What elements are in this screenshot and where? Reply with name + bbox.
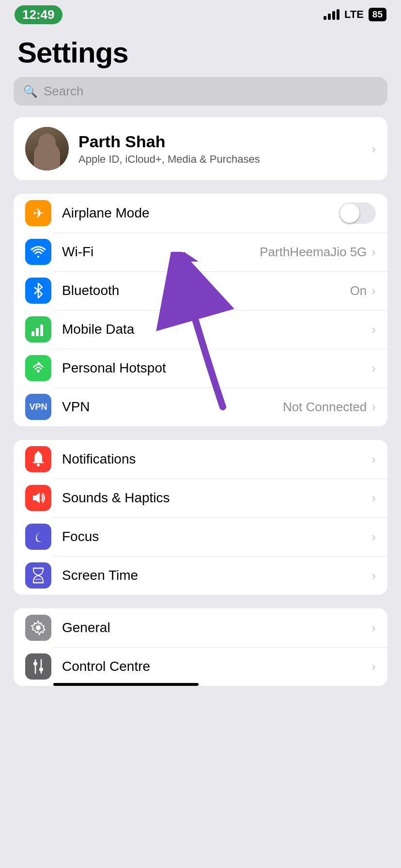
wifi-row[interactable]: Wi-Fi ParthHeemaJio 5G › bbox=[14, 232, 387, 271]
signal-icon bbox=[324, 9, 339, 20]
mobile-data-icon bbox=[25, 316, 51, 342]
notifications-icon bbox=[25, 446, 51, 472]
airplane-mode-icon: ✈ bbox=[25, 200, 51, 226]
airplane-mode-toggle[interactable] bbox=[339, 202, 376, 224]
bluetooth-symbol bbox=[32, 282, 44, 299]
bluetooth-chevron: › bbox=[371, 283, 376, 298]
profile-chevron: › bbox=[371, 141, 376, 156]
screen-time-label: Screen Time bbox=[62, 568, 371, 583]
control-centre-label: Control Centre bbox=[62, 659, 371, 674]
svg-rect-1 bbox=[36, 328, 39, 336]
bluetooth-row[interactable]: Bluetooth On › bbox=[14, 271, 387, 310]
vpn-chevron: › bbox=[371, 400, 376, 415]
mobile-data-label: Mobile Data bbox=[62, 322, 371, 337]
connectivity-section: ✈ Airplane Mode Wi-Fi ParthHeemaJio 5G › bbox=[14, 194, 387, 426]
gear-symbol bbox=[31, 620, 46, 636]
profile-name: Parth Shah bbox=[78, 132, 362, 151]
hotspot-icon bbox=[25, 355, 51, 381]
profile-subtitle: Apple ID, iCloud+, Media & Purchases bbox=[78, 153, 362, 166]
status-right: LTE 85 bbox=[324, 8, 386, 21]
moon-symbol bbox=[31, 529, 46, 544]
wifi-chevron: › bbox=[371, 245, 376, 260]
screen-time-icon bbox=[25, 562, 51, 589]
notifications-label: Notifications bbox=[62, 451, 371, 467]
status-bar: 12:49 LTE 85 bbox=[0, 0, 401, 26]
svg-point-6 bbox=[37, 464, 40, 466]
bluetooth-label: Bluetooth bbox=[62, 283, 350, 298]
wifi-label: Wi-Fi bbox=[62, 244, 260, 260]
notifications-row[interactable]: Notifications › bbox=[14, 440, 387, 479]
speaker-symbol bbox=[30, 491, 46, 505]
page-title: Settings bbox=[0, 26, 401, 77]
vpn-row[interactable]: VPN VPN Not Connected › bbox=[14, 388, 387, 426]
hotspot-symbol bbox=[31, 360, 46, 376]
sounds-icon bbox=[25, 485, 51, 511]
profile-row[interactable]: Parth Shah Apple ID, iCloud+, Media & Pu… bbox=[14, 117, 387, 180]
airplane-mode-row[interactable]: ✈ Airplane Mode bbox=[14, 194, 387, 232]
wifi-icon bbox=[25, 239, 51, 265]
svg-point-4 bbox=[37, 370, 40, 372]
control-centre-chevron: › bbox=[371, 659, 376, 674]
search-container: 🔍 Search bbox=[14, 77, 387, 106]
bluetooth-icon bbox=[25, 278, 51, 304]
mobile-data-chevron: › bbox=[371, 322, 376, 337]
svg-rect-7 bbox=[37, 451, 39, 453]
vpn-label: VPN bbox=[62, 399, 283, 415]
wifi-symbol bbox=[31, 245, 46, 259]
avatar bbox=[25, 127, 69, 170]
control-centre-icon bbox=[25, 653, 51, 680]
mobile-data-row[interactable]: Mobile Data › bbox=[14, 310, 387, 349]
svg-rect-0 bbox=[31, 331, 34, 336]
profile-info: Parth Shah Apple ID, iCloud+, Media & Pu… bbox=[78, 132, 362, 166]
focus-row[interactable]: Focus › bbox=[14, 517, 387, 556]
general-label: General bbox=[62, 620, 371, 636]
status-time: 12:49 bbox=[15, 5, 62, 24]
bluetooth-value: On bbox=[350, 283, 367, 298]
general-row[interactable]: General › bbox=[14, 608, 387, 647]
vpn-icon: VPN bbox=[25, 394, 51, 420]
personal-hotspot-row[interactable]: Personal Hotspot › bbox=[14, 349, 387, 388]
general-chevron: › bbox=[371, 620, 376, 636]
hotspot-label: Personal Hotspot bbox=[62, 360, 371, 376]
lte-label: LTE bbox=[344, 8, 364, 21]
battery-indicator: 85 bbox=[369, 8, 386, 21]
profile-section[interactable]: Parth Shah Apple ID, iCloud+, Media & Pu… bbox=[14, 117, 387, 180]
vpn-value: Not Connected bbox=[283, 400, 367, 415]
search-placeholder: Search bbox=[44, 84, 83, 99]
wifi-value: ParthHeemaJio 5G bbox=[260, 245, 367, 260]
focus-label: Focus bbox=[62, 529, 371, 544]
screen-time-row[interactable]: Screen Time › bbox=[14, 556, 387, 595]
general-section: General › Control Centre › bbox=[14, 608, 387, 686]
hotspot-chevron: › bbox=[371, 361, 376, 376]
connectivity-section-wrapper: ✈ Airplane Mode Wi-Fi ParthHeemaJio 5G › bbox=[0, 194, 401, 426]
screen-time-chevron: › bbox=[371, 568, 376, 583]
airplane-mode-label: Airplane Mode bbox=[62, 205, 339, 221]
general-icon bbox=[25, 615, 51, 641]
sounds-haptics-chevron: › bbox=[371, 491, 376, 506]
signal-symbol bbox=[31, 322, 46, 337]
control-centre-underline bbox=[53, 683, 199, 686]
notifications-section: Notifications › Sounds & Haptics › Focus… bbox=[14, 440, 387, 595]
bell-symbol bbox=[31, 451, 46, 467]
svg-point-9 bbox=[36, 625, 41, 630]
control-centre-row[interactable]: Control Centre › bbox=[14, 647, 387, 686]
sounds-haptics-label: Sounds & Haptics bbox=[62, 490, 371, 506]
hourglass-symbol bbox=[31, 567, 46, 584]
focus-chevron: › bbox=[371, 529, 376, 544]
sliders-symbol bbox=[31, 659, 46, 674]
svg-rect-2 bbox=[40, 325, 43, 336]
search-icon: 🔍 bbox=[23, 85, 38, 98]
search-bar[interactable]: 🔍 Search bbox=[14, 77, 387, 106]
focus-icon bbox=[25, 524, 51, 550]
svg-marker-8 bbox=[33, 493, 40, 503]
notifications-chevron: › bbox=[371, 452, 376, 467]
sounds-haptics-row[interactable]: Sounds & Haptics › bbox=[14, 479, 387, 517]
